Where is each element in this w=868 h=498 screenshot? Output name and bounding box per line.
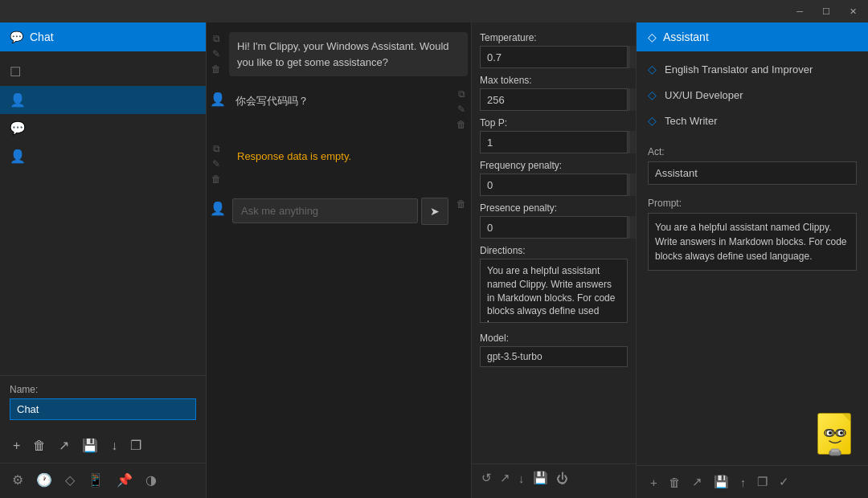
- model-input[interactable]: [480, 346, 628, 367]
- save-settings-button[interactable]: 💾: [531, 469, 550, 487]
- temperature-down[interactable]: ▼: [629, 57, 637, 68]
- list-item[interactable]: ◇ UX/UI Developer: [637, 82, 868, 108]
- sidebar-header: 💬 Chat: [0, 22, 206, 51]
- sidebar-items: ☐ 👤 Hi! I'm Clippy, your Windows Assista…: [0, 51, 206, 375]
- delete-assistant-button[interactable]: 🗑: [666, 473, 683, 492]
- edit-icon-1[interactable]: ✎: [457, 103, 465, 116]
- chat-panel: ⧉ ✎ 🗑 Hi! I'm Clippy, your Windows Assis…: [207, 22, 472, 498]
- table-row: ⧉ ✎ 🗑 Hi! I'm Clippy, your Windows Assis…: [207, 29, 471, 80]
- sidebar-footer: ⚙ 🕐 ◇ 📱 📌 ◑: [0, 463, 206, 498]
- top-p-control: ▲ ▼: [480, 131, 628, 153]
- temperature-control: ▲ ▼: [480, 46, 628, 68]
- max-tokens-control: ▲ ▼: [480, 88, 628, 111]
- top-p-up[interactable]: ▲: [629, 131, 637, 142]
- export-settings-button[interactable]: ↗: [498, 469, 512, 487]
- sidebar-icon-chat: 👤: [10, 92, 26, 108]
- frequency-penalty-label: Frequency penalty:: [480, 160, 628, 171]
- assistant-item-icon-1: ◇: [648, 88, 657, 101]
- list-item[interactable]: ◇ English Translator and Improver: [637, 56, 868, 82]
- table-row: 👤 你会写代码吗？ ⧉ ✎ 🗑: [207, 84, 471, 134]
- act-input[interactable]: [648, 161, 857, 185]
- sidebar: 💬 Chat ☐ 👤 Hi! I'm Clippy, your Windows …: [0, 22, 207, 498]
- temperature-up[interactable]: ▲: [629, 46, 637, 57]
- max-tokens-input[interactable]: [481, 94, 628, 106]
- max-tokens-down[interactable]: ▼: [629, 100, 637, 111]
- copy-icon-0[interactable]: ⧉: [213, 32, 220, 46]
- check-assistant-button[interactable]: ✓: [776, 472, 792, 492]
- save-assistant-button[interactable]: 💾: [711, 472, 731, 492]
- settings-panel: Temperature: ▲ ▼ Max tokens: ▲ ▼ Top P:: [472, 22, 637, 498]
- presence-penalty-spinners: ▲ ▼: [628, 216, 637, 239]
- sidebar-title: Chat: [30, 31, 54, 43]
- diamond-button[interactable]: ◇: [63, 470, 77, 490]
- name-input[interactable]: [10, 398, 196, 420]
- history-button[interactable]: 🕐: [34, 470, 55, 490]
- top-p-row: Top P: ▲ ▼: [472, 114, 636, 157]
- download-chat-button[interactable]: ↓: [108, 435, 121, 456]
- sidebar-icon-2: 💬: [10, 120, 26, 136]
- copy-icon-2[interactable]: ⧉: [213, 142, 220, 156]
- settings-button[interactable]: ⚙: [10, 470, 26, 490]
- add-assistant-button[interactable]: +: [648, 473, 660, 492]
- frequency-penalty-control: ▲ ▼: [480, 173, 628, 196]
- contrast-button[interactable]: ◑: [143, 470, 159, 490]
- delete-icon-3[interactable]: 🗑: [457, 198, 466, 211]
- delete-icon-1[interactable]: 🗑: [457, 118, 466, 132]
- save-chat-button[interactable]: 💾: [79, 435, 101, 456]
- max-tokens-spinners: ▲ ▼: [628, 88, 637, 111]
- temperature-spinners: ▲ ▼: [628, 46, 637, 68]
- copy-chat-button[interactable]: ❐: [127, 435, 145, 456]
- presence-penalty-label: Presence penalty:: [480, 202, 628, 214]
- assistant-bubble-0: Hi! I'm Clippy, your Windows Assistant. …: [229, 32, 468, 76]
- edit-icon-2[interactable]: ✎: [212, 157, 220, 171]
- add-chat-button[interactable]: +: [10, 435, 23, 456]
- sidebar-item-chat[interactable]: 👤 Hi! I'm Clippy, your Windows Assistant…: [0, 86, 206, 114]
- top-p-spinners: ▲ ▼: [628, 131, 637, 153]
- directions-textarea[interactable]: You are a helpful assistant named Clippy…: [480, 259, 628, 323]
- chat-input-area: ➤: [232, 198, 448, 225]
- upload-assistant-button[interactable]: ↑: [738, 473, 749, 492]
- frequency-penalty-down[interactable]: ▼: [629, 185, 637, 196]
- top-p-input[interactable]: [481, 137, 628, 149]
- temperature-input[interactable]: [481, 51, 628, 63]
- presence-penalty-input[interactable]: [481, 222, 628, 234]
- max-tokens-label: Max tokens:: [480, 75, 628, 86]
- assistant-item-label-2: Tech Writer: [665, 115, 718, 127]
- pin-button[interactable]: 📌: [114, 470, 135, 490]
- export-assistant-button[interactable]: ↗: [690, 472, 705, 492]
- chat-messages: ⧉ ✎ 🗑 Hi! I'm Clippy, your Windows Assis…: [207, 22, 471, 498]
- delete-icon-2[interactable]: 🗑: [211, 173, 221, 186]
- edit-icon-0[interactable]: ✎: [212, 47, 220, 61]
- export-chat-button[interactable]: ↗: [55, 435, 72, 456]
- reset-settings-button[interactable]: ↺: [480, 469, 493, 487]
- max-tokens-up[interactable]: ▲: [629, 88, 637, 100]
- frequency-penalty-input[interactable]: [481, 179, 628, 191]
- download-settings-button[interactable]: ↓: [517, 469, 526, 487]
- presence-penalty-down[interactable]: ▼: [629, 227, 637, 239]
- top-p-down[interactable]: ▼: [629, 142, 637, 153]
- sidebar-icon-0: ☐: [10, 64, 21, 80]
- user-avatar-1: 👤: [207, 88, 229, 110]
- assistant-item-icon-0: ◇: [648, 63, 657, 76]
- sidebar-item-0[interactable]: ☐: [0, 58, 206, 86]
- minimize-button[interactable]: ─: [792, 5, 808, 18]
- presence-penalty-up[interactable]: ▲: [629, 216, 637, 227]
- frequency-penalty-row: Frequency penalty: ▲ ▼: [472, 157, 636, 199]
- chat-input[interactable]: [232, 198, 418, 223]
- delete-icon-0[interactable]: 🗑: [211, 63, 221, 76]
- model-label: Model:: [480, 333, 628, 344]
- user-avatar-3: 👤: [207, 198, 229, 220]
- send-button[interactable]: ➤: [421, 198, 448, 225]
- maximize-button[interactable]: ☐: [817, 5, 835, 18]
- sidebar-item-2[interactable]: 💬 Chat: [0, 114, 206, 142]
- sidebar-item-3[interactable]: 👤: [0, 142, 206, 170]
- delete-chat-button[interactable]: 🗑: [30, 435, 49, 456]
- frequency-penalty-up[interactable]: ▲: [629, 173, 637, 185]
- copy-assistant-button[interactable]: ❐: [755, 472, 770, 492]
- power-settings-button[interactable]: ⏻: [555, 469, 570, 487]
- assistant-header: ◇ Assistant: [637, 22, 868, 51]
- list-item[interactable]: ◇ Tech Writer: [637, 108, 868, 133]
- phone-button[interactable]: 📱: [85, 470, 106, 490]
- close-button[interactable]: ✕: [845, 5, 862, 18]
- copy-icon-1[interactable]: ⧉: [458, 88, 465, 101]
